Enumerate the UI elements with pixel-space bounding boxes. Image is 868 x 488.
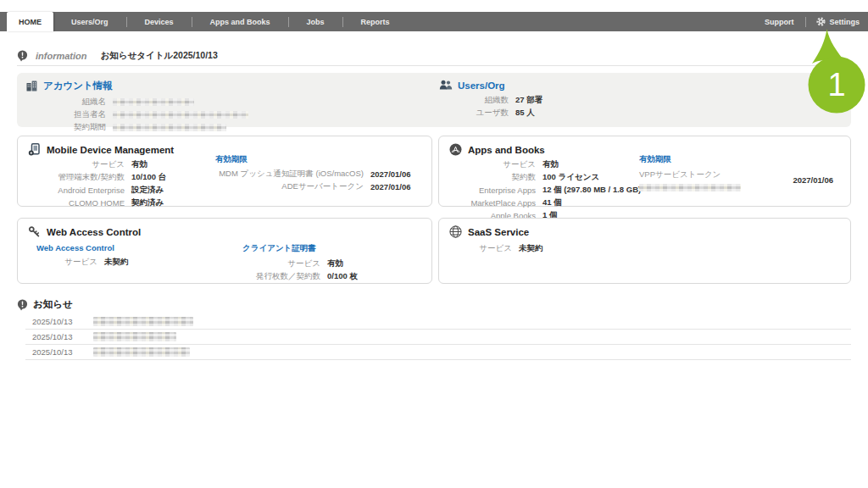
- nav-divider: [805, 17, 806, 27]
- card-mobile-device-management: Mobile Device Management サービス 有効 管理端末数/契…: [17, 136, 432, 207]
- key-icon: [28, 225, 41, 238]
- field-label: CLOMO HOME: [30, 198, 125, 208]
- field-value: 未契約: [104, 257, 242, 268]
- field-label: サービス: [451, 159, 536, 170]
- field-label: 組織名: [34, 97, 106, 108]
- field-value: 2027/01/06: [370, 182, 411, 191]
- vpp-expiry-date: 2027/01/06: [793, 175, 833, 185]
- announcement-title-redacted: [93, 332, 176, 341]
- client-certificate-link[interactable]: クライアント証明書: [242, 243, 358, 254]
- expiry-link[interactable]: 有効期限: [639, 154, 838, 165]
- card-apps-and-books: Apps and Books サービス 有効 契約数 100 ライセンス Ent…: [438, 136, 851, 207]
- announcement-title-redacted: [93, 317, 193, 326]
- card-title: SaaS Service: [468, 227, 529, 237]
- account-info-title[interactable]: アカウント情報: [43, 80, 113, 92]
- vpp-token-value-redacted: [639, 184, 741, 191]
- app-window: HOME Users/Org Devices Apps and Books Jo…: [0, 0, 868, 488]
- announcements-section: お知らせ 2025/10/13 2025/10/13 2025/10/13: [17, 298, 851, 360]
- globe-icon: [449, 225, 462, 238]
- field-value: 有効: [327, 258, 358, 269]
- information-kicker: information: [36, 51, 87, 61]
- nav-right-group: Support Settings: [753, 12, 868, 31]
- tab-users-org[interactable]: Users/Org: [53, 12, 126, 31]
- card-web-access-control: Web Access Control Web Access Control サー…: [17, 218, 432, 284]
- announcement-row[interactable]: 2025/10/13: [25, 345, 851, 360]
- announcement-date: 2025/10/13: [32, 347, 81, 357]
- field-label: MDM プッシュ通知証明書 (iOS/macOS): [215, 169, 364, 180]
- field-label: 契約数: [451, 172, 536, 183]
- users-org-title[interactable]: Users/Org: [458, 80, 505, 91]
- tab-apps-and-books[interactable]: Apps and Books: [192, 12, 288, 31]
- mobile-device-icon: [28, 143, 41, 156]
- field-label: 組織数: [448, 95, 509, 106]
- field-label: ADEサーバートークン: [215, 181, 364, 192]
- field-label: 契約期間: [34, 122, 106, 133]
- field-label: サービス: [30, 159, 125, 170]
- field-value: 2027/01/06: [370, 169, 411, 179]
- tab-home[interactable]: HOME: [7, 12, 53, 31]
- tab-devices[interactable]: Devices: [127, 12, 192, 31]
- account-summary-panel: アカウント情報 組織名 担当者名 契約期間: [17, 73, 851, 127]
- settings-button[interactable]: Settings: [816, 17, 860, 26]
- support-link[interactable]: Support: [753, 18, 806, 26]
- vpp-expiry-column: 有効期限 VPPサービストークン 2027/01/06: [639, 154, 838, 191]
- announcement-title-redacted: [93, 347, 190, 357]
- information-headline[interactable]: お知らせタイトル2025/10/13: [101, 50, 218, 62]
- announcement-bubble-icon: [17, 299, 28, 311]
- expiry-link[interactable]: 有効期限: [215, 154, 411, 165]
- field-label: 担当者名: [34, 109, 106, 120]
- field-value: 85 人: [515, 108, 542, 119]
- settings-link: Settings: [826, 18, 860, 26]
- announcements-title: お知らせ: [33, 298, 73, 311]
- gear-icon: [816, 17, 826, 26]
- tab-reports[interactable]: Reports: [343, 12, 408, 31]
- users-org-section: Users/Org 組織数 27 部署 ユーザ数 85 人: [439, 80, 542, 119]
- field-label: ユーザ数: [448, 108, 509, 119]
- field-value: 41 個: [542, 197, 850, 208]
- field-label: サービス: [242, 258, 320, 269]
- wac-service-column: Web Access Control サービス 未契約: [36, 243, 242, 282]
- announcement-row[interactable]: 2025/10/13: [25, 330, 851, 345]
- card-title: Apps and Books: [468, 145, 545, 155]
- field-value: 契約済み: [131, 197, 431, 208]
- field-label: 管理端末数/契約数: [30, 172, 125, 183]
- field-label: Android Enterprise: [30, 186, 125, 195]
- card-saas-service: SaaS Service サービス 未契約: [438, 218, 851, 284]
- announcements-list: 2025/10/13 2025/10/13 2025/10/13: [25, 314, 851, 360]
- building-icon: [25, 80, 38, 92]
- field-value-redacted: [113, 98, 248, 106]
- account-info-section: アカウント情報 組織名 担当者名 契約期間: [25, 80, 248, 133]
- announcement-row[interactable]: 2025/10/13: [25, 314, 851, 330]
- web-access-control-link[interactable]: Web Access Control: [36, 243, 242, 252]
- users-icon: [439, 80, 453, 91]
- app-store-icon: [449, 143, 462, 156]
- field-label: 発行枚数／契約数: [242, 271, 320, 282]
- field-value-redacted: [113, 124, 248, 131]
- announcement-date: 2025/10/13: [32, 332, 81, 341]
- card-title: Mobile Device Management: [47, 145, 174, 155]
- field-label: Enterprise Apps: [451, 186, 536, 195]
- field-value: 未契約: [519, 243, 850, 254]
- announcement-date: 2025/10/13: [32, 317, 81, 326]
- field-value: 0/100 枚: [327, 271, 358, 282]
- mdm-expiry-column: 有効期限 MDM プッシュ通知証明書 (iOS/macOS) 2027/01/0…: [215, 154, 411, 192]
- card-title: Web Access Control: [47, 227, 141, 237]
- field-value: 27 部署: [515, 95, 542, 106]
- information-bar: information お知らせタイトル2025/10/13: [17, 46, 851, 66]
- field-label: サービス: [36, 257, 97, 268]
- field-label: MarketPlace Apps: [451, 198, 536, 208]
- top-nav-bar: HOME Users/Org Devices Apps and Books Jo…: [0, 12, 868, 31]
- information-bubble-icon: [17, 50, 28, 62]
- field-value-redacted: [113, 111, 248, 119]
- client-certificate-column: クライアント証明書 サービス 有効 発行枚数／契約数 0/100 枚: [242, 243, 358, 282]
- tab-jobs[interactable]: Jobs: [289, 12, 342, 31]
- field-label: サービス: [451, 243, 512, 254]
